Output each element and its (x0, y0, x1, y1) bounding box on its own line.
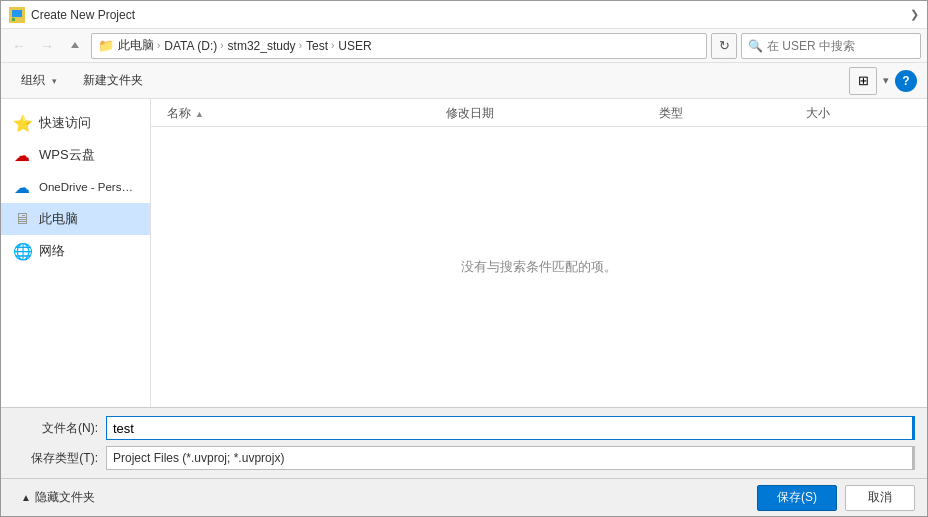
action-bar: 组织 ▾ 新建文件夹 ⊞ ▾ ? (1, 63, 927, 99)
search-bar[interactable]: 🔍 (741, 33, 921, 59)
address-segment-3: stm32_study › (228, 39, 302, 53)
dialog-window: Create New Project ❯ ← → 📁 此电脑 › DATA (D… (0, 0, 928, 517)
hidden-files-button[interactable]: ▲ 隐藏文件夹 (13, 485, 103, 510)
file-header: 名称 ▲ 修改日期 类型 大小 (151, 99, 927, 127)
title-bar: Create New Project ❯ (1, 1, 927, 29)
main-content: ⭐ 快速访问 ☁ WPS云盘 ☁ OneDrive - Persona 🖥 此电… (1, 99, 927, 407)
address-segment-4: Test › (306, 39, 334, 53)
address-segment-5: USER (338, 39, 371, 53)
view-arrow: ▾ (883, 74, 889, 87)
forward-button[interactable]: → (35, 34, 59, 58)
filetype-select[interactable]: Project Files (*.uvproj; *.uvprojx) (106, 446, 915, 470)
sidebar-item-onedrive[interactable]: ☁ OneDrive - Persona (1, 171, 150, 203)
wps-icon: ☁ (13, 146, 31, 165)
organize-button[interactable]: 组织 ▾ (11, 67, 67, 95)
empty-message: 没有与搜索条件匹配的项。 (461, 258, 617, 276)
navigation-toolbar: ← → 📁 此电脑 › DATA (D:) › stm32_study › Te… (1, 29, 927, 63)
filetype-label: 保存类型(T): (13, 450, 98, 467)
sidebar-item-quickaccess[interactable]: ⭐ 快速访问 (1, 107, 150, 139)
hidden-files-icon: ▲ (21, 492, 31, 503)
col-header-type[interactable]: 类型 (651, 101, 798, 126)
file-list: 没有与搜索条件匹配的项。 (151, 127, 927, 407)
folder-icon: 📁 (98, 38, 114, 53)
window-title: Create New Project (31, 8, 135, 22)
new-folder-button[interactable]: 新建文件夹 (73, 67, 153, 95)
col-header-size[interactable]: 大小 (798, 101, 919, 126)
cancel-button[interactable]: 取消 (845, 485, 915, 511)
app-icon (9, 7, 25, 23)
col-header-date[interactable]: 修改日期 (438, 101, 651, 126)
network-icon: 🌐 (13, 242, 31, 261)
pc-icon: 🖥 (13, 210, 31, 228)
col-header-name[interactable]: 名称 ▲ (159, 101, 438, 126)
filename-row: 文件名(N): (13, 416, 915, 440)
svg-rect-2 (12, 18, 15, 21)
file-area: 名称 ▲ 修改日期 类型 大小 没有与搜索条件匹配的项。 (151, 99, 927, 407)
footer-buttons: 保存(S) 取消 (757, 485, 915, 511)
filename-input[interactable] (106, 416, 915, 440)
search-icon: 🔍 (748, 39, 763, 53)
svg-rect-1 (12, 10, 22, 17)
sidebar-item-thispc[interactable]: 🖥 此电脑 (1, 203, 150, 235)
up-button[interactable] (63, 34, 87, 58)
onedrive-icon: ☁ (13, 178, 31, 197)
bottom-section: 文件名(N): 保存类型(T): Project Files (*.uvproj… (1, 407, 927, 478)
refresh-button[interactable]: ↻ (711, 33, 737, 59)
address-bar[interactable]: 📁 此电脑 › DATA (D:) › stm32_study › Test ›… (91, 33, 707, 59)
address-segment-2: DATA (D:) › (164, 39, 223, 53)
search-input[interactable] (767, 39, 914, 53)
back-button[interactable]: ← (7, 34, 31, 58)
filename-label: 文件名(N): (13, 420, 98, 437)
save-button[interactable]: 保存(S) (757, 485, 837, 511)
view-button[interactable]: ⊞ (849, 67, 877, 95)
sidebar-item-wps[interactable]: ☁ WPS云盘 (1, 139, 150, 171)
sidebar: ⭐ 快速访问 ☁ WPS云盘 ☁ OneDrive - Persona 🖥 此电… (1, 99, 151, 407)
sort-arrow: ▲ (195, 109, 204, 119)
help-button[interactable]: ? (895, 70, 917, 92)
sidebar-item-network[interactable]: 🌐 网络 (1, 235, 150, 267)
expand-icon: ❯ (910, 8, 919, 21)
quickaccess-icon: ⭐ (13, 114, 31, 133)
filetype-row: 保存类型(T): Project Files (*.uvproj; *.uvpr… (13, 446, 915, 470)
address-segment-1: 此电脑 › (118, 37, 160, 54)
footer-bar: ▲ 隐藏文件夹 保存(S) 取消 (1, 478, 927, 516)
